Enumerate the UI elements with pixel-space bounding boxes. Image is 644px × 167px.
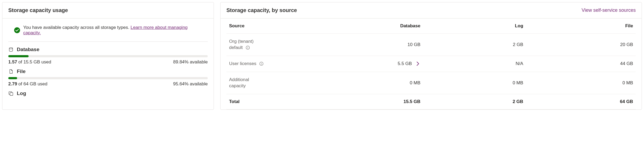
usage-used: 1.57 of 15.5 GB used [8, 59, 51, 65]
used-rest: of 15.5 GB used [17, 59, 51, 64]
progress-fill [8, 77, 17, 79]
col-log: Log [431, 18, 526, 34]
info-icon[interactable] [246, 45, 250, 50]
usage-used: 2.79 of 64 GB used [8, 81, 48, 87]
used-value: 2.79 [8, 81, 17, 86]
usage-label: Database [17, 47, 40, 52]
cell-log: 2 GB [431, 94, 526, 109]
storage-usage-card: Storage capacity usage You have availabl… [2, 2, 214, 110]
storage-by-source-card: Storage capacity, by source View self-se… [220, 2, 642, 110]
log-icon [8, 91, 14, 96]
usage-label: File [17, 69, 26, 74]
usage-heading: Database [8, 47, 208, 52]
svg-point-0 [14, 27, 20, 33]
table-row: Additionalcapacity0 MB0 MB0 MB [226, 72, 636, 94]
cell-log: 2 GB [431, 34, 526, 56]
view-self-service-link[interactable]: View self-service sources [582, 7, 636, 13]
cell-file: 0 MB [526, 72, 636, 94]
usage-label: Log [17, 90, 26, 96]
usage-meta: 2.79 of 64 GB used 95.64% available [8, 81, 208, 87]
alert-text: You have available capacity across all s… [23, 25, 202, 36]
usage-heading: Log [8, 90, 208, 96]
cell-log: N/A [431, 56, 526, 72]
usage-available: 95.64% available [173, 81, 208, 87]
cell-source: Additionalcapacity [226, 72, 333, 94]
usage-item-database: Database 1.57 of 15.5 GB used 89.84% ava… [8, 47, 208, 65]
table-row: User licenses 5.5 GBN/A44 GB [226, 56, 636, 72]
check-circle-icon [14, 27, 20, 33]
col-database: Database [333, 18, 431, 34]
usage-heading: File [8, 69, 208, 74]
cell-log: 0 MB [431, 72, 526, 94]
progress-fill [8, 55, 29, 57]
cell-source: Org (tenant)default [226, 34, 333, 56]
card-header: Storage capacity usage [2, 2, 214, 18]
usage-item-log: Log [8, 90, 208, 96]
used-value: 1.57 [8, 59, 17, 64]
usage-meta: 1.57 of 15.5 GB used 89.84% available [8, 59, 208, 65]
chevron-right-icon[interactable] [415, 61, 420, 66]
usage-list: Database 1.57 of 15.5 GB used 89.84% ava… [2, 42, 214, 100]
svg-point-6 [248, 47, 248, 47]
cell-file: 64 GB [526, 94, 636, 109]
cell-file: 20 GB [526, 34, 636, 56]
usage-available: 89.84% available [173, 59, 208, 65]
cell-file: 44 GB [526, 56, 636, 72]
source-table: Source Database Log File Org (tenant)def… [226, 18, 636, 109]
cell-database: 5.5 GB [333, 56, 431, 72]
alert-message: You have available capacity across all s… [23, 25, 131, 30]
table-row: Org (tenant)default 10 GB2 GB20 GB [226, 34, 636, 56]
cell-database: 15.5 GB [333, 94, 431, 109]
database-icon [8, 47, 14, 52]
info-icon[interactable] [259, 62, 264, 66]
svg-point-9 [261, 63, 261, 63]
svg-rect-3 [10, 93, 13, 96]
usage-item-file: File 2.79 of 64 GB used 95.64% available [8, 69, 208, 87]
cell-database: 10 GB [333, 34, 431, 56]
progress-track [8, 77, 208, 79]
cell-source: Total [226, 94, 333, 109]
card-title: Storage capacity usage [8, 7, 68, 13]
cell-database: 0 MB [333, 72, 431, 94]
table-row-total: Total15.5 GB2 GB64 GB [226, 94, 636, 109]
progress-track [8, 55, 208, 57]
card-header: Storage capacity, by source View self-se… [221, 2, 642, 18]
source-table-wrap: Source Database Log File Org (tenant)def… [221, 18, 642, 109]
table-body: Org (tenant)default 10 GB2 GB20 GBUser l… [226, 34, 636, 109]
file-icon [8, 69, 14, 74]
table-header-row: Source Database Log File [226, 18, 636, 34]
card-title: Storage capacity, by source [226, 7, 297, 13]
col-file: File [526, 18, 636, 34]
used-rest: of 64 GB used [17, 81, 47, 86]
col-source: Source [226, 18, 333, 34]
cell-source: User licenses [226, 56, 333, 72]
capacity-alert: You have available capacity across all s… [8, 18, 208, 42]
svg-point-1 [9, 48, 13, 49]
